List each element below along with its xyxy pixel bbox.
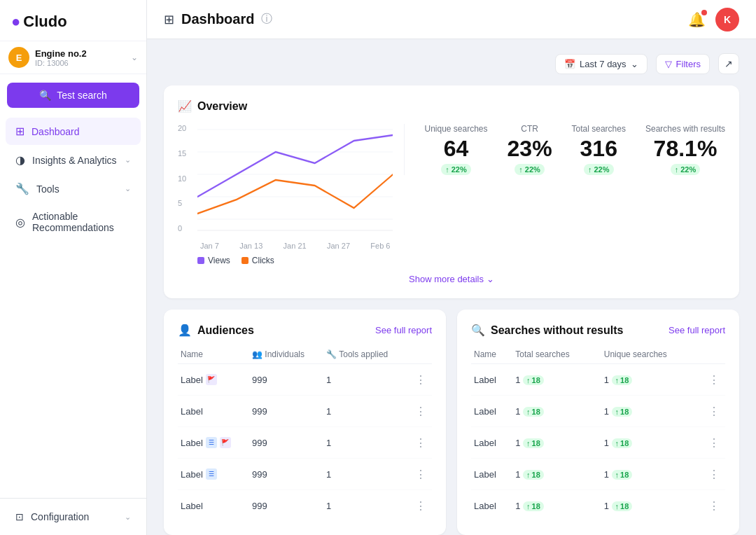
table-row: Label 1 ↑ 18 1 ↑ 18 ⋮ — [471, 490, 725, 522]
more-options-button[interactable]: ⋮ — [412, 371, 429, 388]
up-arrow: ↑ — [615, 471, 620, 479]
audiences-row-1-more[interactable]: ⋮ — [410, 364, 432, 396]
recommendations-icon: ◎ — [15, 216, 25, 229]
x-label-jan27: Jan 27 — [327, 242, 350, 250]
total-badge: ↑ 18 — [523, 438, 544, 448]
sidebar-item-dashboard[interactable]: ⊞ Dashboard — [6, 118, 141, 145]
total-up-arrow-icon: ↑ — [588, 165, 592, 174]
engine-chevron-icon: ⌄ — [131, 53, 138, 62]
clicks-label: Clicks — [252, 256, 274, 265]
search-row-3-more[interactable]: ⋮ — [703, 427, 725, 459]
searches-without-results-header: 🔍 Searches without results See full repo… — [471, 324, 725, 337]
audiences-row-4-tools: 1 — [323, 459, 410, 490]
sidebar-item-insights[interactable]: ◑ Insights & Analytics ⌄ — [6, 146, 141, 174]
export-button[interactable]: ↗ — [718, 53, 739, 74]
audiences-title: 👤 Audiences — [178, 324, 254, 337]
filter-bar: 📅 Last 7 days ⌄ ▽ Filters ↗ — [164, 53, 739, 74]
date-range-selector[interactable]: 📅 Last 7 days ⌄ — [555, 54, 648, 74]
stat-searches-with-results: Searches with results 78.1% ↑ 22% — [645, 124, 725, 175]
x-label-jan21: Jan 21 — [284, 242, 307, 250]
test-search-label: Test search — [57, 90, 107, 101]
audiences-header: 👤 Audiences See full report — [178, 324, 432, 337]
user-avatar[interactable]: K — [715, 8, 739, 32]
chart-area: 20 15 10 5 0 — [178, 124, 393, 265]
search-no-results-icon: 🔍 — [471, 324, 485, 337]
table-row: Label 1 ↑ 18 1 ↑ 18 ⋮ — [471, 396, 725, 427]
searches-table-body: Label 1 ↑ 18 1 ↑ 18 ⋮ Label — [471, 364, 725, 522]
search-icon: 🔍 — [39, 90, 51, 101]
searches-with-results-badge: ↑ 22% — [671, 164, 701, 175]
insights-chevron-icon: ⌄ — [125, 155, 131, 165]
search-row-4-more[interactable]: ⋮ — [703, 459, 725, 490]
more-options-button[interactable]: ⋮ — [412, 403, 429, 419]
more-options-button[interactable]: ⋮ — [706, 466, 722, 482]
filters-button[interactable]: ▽ Filters — [656, 54, 710, 74]
more-options-button[interactable]: ⋮ — [412, 466, 429, 482]
audiences-row-3-more[interactable]: ⋮ — [410, 427, 432, 459]
audiences-see-full-link[interactable]: See full report — [375, 325, 432, 335]
audiences-col-tools: 🔧 Tools applied — [323, 345, 410, 364]
show-more-button[interactable]: Show more details ⌄ — [178, 274, 725, 284]
table-row: Label 999 1 ⋮ — [178, 396, 432, 427]
audiences-row-4-individuals: 999 — [249, 459, 323, 490]
y-label-0: 0 — [178, 224, 186, 232]
notifications-button[interactable]: 🔔 — [688, 11, 706, 28]
date-chevron-icon: ⌄ — [631, 59, 638, 69]
y-label-5: 5 — [178, 199, 186, 207]
more-options-button[interactable]: ⋮ — [706, 497, 722, 514]
ctr-up-arrow-icon: ↑ — [519, 165, 523, 174]
search-row-1-name: Label — [471, 364, 512, 396]
total-searches-badge: ↑ 22% — [584, 164, 614, 175]
search-row-2-total: 1 ↑ 18 — [512, 396, 601, 427]
stats-area: Unique searches 64 ↑ 22% CTR 23% ↑ 22% — [404, 124, 725, 175]
total-badge: ↑ 18 — [523, 407, 544, 417]
stat-total-searches: Total searches 316 ↑ 22% — [572, 124, 626, 175]
table-row: Label 1 ↑ 18 1 ↑ 18 ⋮ — [471, 459, 725, 490]
searches-see-full-link[interactable]: See full report — [668, 325, 725, 335]
more-options-button[interactable]: ⋮ — [706, 371, 722, 388]
content-area: 📅 Last 7 days ⌄ ▽ Filters ↗ 📈 Overview — [147, 39, 756, 535]
audiences-row-4-more[interactable]: ⋮ — [410, 459, 432, 490]
up-arrow: ↑ — [526, 408, 531, 416]
audiences-table-body: Label 🚩 999 1 ⋮ Label 999 1 — [178, 364, 432, 522]
sidebar-item-configuration[interactable]: ⊡ Configuration ⌄ — [6, 504, 141, 529]
help-icon[interactable]: ⓘ — [261, 12, 272, 27]
config-label: Configuration — [31, 511, 89, 522]
overview-title: 📈 Overview — [178, 99, 725, 113]
search-row-2-more[interactable]: ⋮ — [703, 396, 725, 427]
date-range-label: Last 7 days — [580, 59, 626, 69]
legend-clicks: Clicks — [241, 256, 274, 265]
table-row: Label ☰ 999 1 ⋮ — [178, 459, 432, 490]
more-options-button[interactable]: ⋮ — [412, 434, 429, 451]
searches-table-header-row: Name Total searches Unique searches — [471, 345, 725, 364]
up-arrow: ↑ — [526, 502, 531, 510]
engine-selector[interactable]: E Engine no.2 ID: 13006 ⌄ — [0, 41, 146, 74]
searches-without-results-title-text: Searches without results — [491, 324, 623, 337]
more-options-button[interactable]: ⋮ — [706, 434, 722, 451]
page-title: Dashboard — [181, 11, 254, 27]
audiences-row-5-individuals: 999 — [249, 490, 323, 522]
search-row-1-more[interactable]: ⋮ — [703, 364, 725, 396]
test-search-button[interactable]: 🔍 Test search — [7, 83, 139, 108]
total-searches-value: 316 — [572, 137, 626, 161]
search-row-5-more[interactable]: ⋮ — [703, 490, 725, 522]
search-row-5-total: 1 ↑ 18 — [512, 490, 601, 522]
export-icon: ↗ — [724, 58, 733, 69]
unique-searches-badge-value: 22% — [451, 165, 467, 174]
searches-col-unique: Unique searches — [601, 345, 703, 364]
sidebar-item-tools[interactable]: 🔧 Tools ⌄ — [6, 175, 141, 202]
chart-yaxis: 20 15 10 5 0 — [178, 124, 186, 232]
dashboard-icon: ⊞ — [15, 125, 24, 138]
notification-dot — [701, 10, 707, 15]
audiences-row-2-more[interactable]: ⋮ — [410, 396, 432, 427]
sidebar-item-recommendations[interactable]: ◎ Actionable Recommendations — [6, 204, 141, 240]
searches-col-total: Total searches — [512, 345, 601, 364]
audiences-row-5-more[interactable]: ⋮ — [410, 490, 432, 522]
unique-badge: ↑ 18 — [612, 438, 633, 448]
more-options-button[interactable]: ⋮ — [706, 403, 722, 419]
sidebar: ● Cludo E Engine no.2 ID: 13006 ⌄ 🔍 Test… — [0, 0, 147, 535]
more-options-button[interactable]: ⋮ — [412, 497, 429, 514]
search-row-1-total: 1 ↑ 18 — [512, 364, 601, 396]
search-row-2-unique: 1 ↑ 18 — [601, 396, 703, 427]
searches-without-results-table: Name Total searches Unique searches Labe… — [471, 345, 725, 521]
